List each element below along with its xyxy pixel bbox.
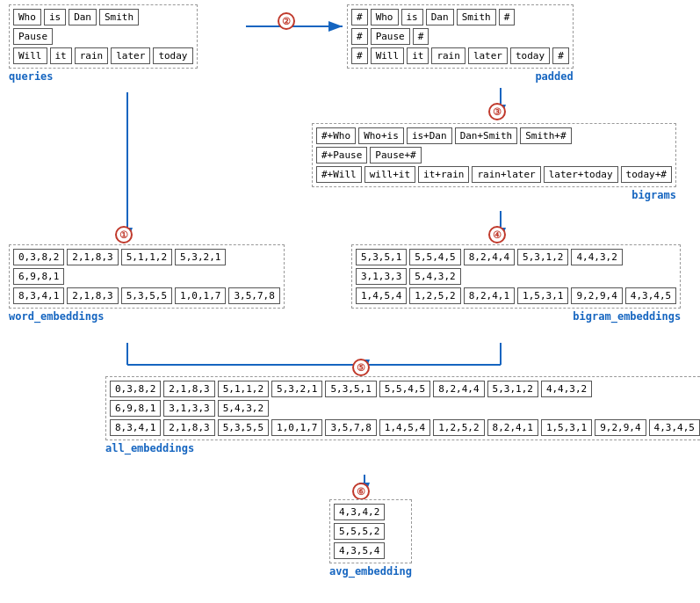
bigrams-cell: will+it — [364, 166, 415, 183]
ae-cell: 5,1,1,2 — [218, 381, 269, 397]
be-cell: 5,4,3,2 — [409, 268, 460, 285]
be-cell: 1,5,3,1 — [517, 287, 568, 304]
ae-cell: 5,3,5,5 — [218, 419, 269, 436]
ae-cell: 9,2,9,4 — [595, 419, 646, 436]
padded-cell: later — [468, 47, 508, 64]
padded-cell: Who — [371, 9, 399, 25]
queries-cell: Pause — [13, 28, 53, 45]
be-cell: 8,2,4,4 — [464, 249, 515, 265]
padded-section: # Who is Dan Smith # # Pause # # Will it… — [347, 4, 574, 83]
be-cell: 3,1,3,3 — [356, 268, 407, 285]
queries-row-1: Who is Dan Smith — [13, 9, 193, 25]
ae-cell: 5,4,3,2 — [218, 400, 269, 417]
we-cell: 2,1,8,3 — [67, 287, 118, 304]
avg-cell: 4,3,5,4 — [334, 542, 385, 559]
ae-cell: 3,1,3,3 — [163, 400, 214, 417]
avg-embedding-section: 4,3,4,2 5,5,5,2 4,3,5,4 avg_embedding — [329, 499, 412, 578]
circle-4: ④ — [488, 226, 506, 243]
avg-row-3: 4,3,5,4 — [334, 542, 408, 559]
padded-cell: it — [407, 47, 429, 64]
bigrams-cell: rain+later — [472, 166, 540, 183]
circle-6: ⑥ — [352, 483, 370, 500]
queries-cell: is — [44, 9, 66, 25]
ae-cell: 4,4,3,2 — [541, 381, 592, 397]
bigrams-cell: Smith+# — [520, 127, 571, 144]
we-cell: 3,5,7,8 — [228, 287, 279, 304]
padded-cell: # — [413, 28, 429, 45]
queries-cell: it — [50, 47, 72, 64]
padded-cell: # — [552, 47, 569, 64]
be-cell: 5,3,5,1 — [356, 249, 407, 265]
bigrams-cell: Dan+Smith — [455, 127, 518, 144]
circle-5: ⑤ — [352, 359, 370, 376]
queries-cell: Who — [13, 9, 41, 25]
avg-row-2: 5,5,5,2 — [334, 523, 408, 540]
padded-cell: Will — [371, 47, 405, 64]
be-cell: 4,4,3,2 — [571, 249, 622, 265]
padded-cell: Smith — [457, 9, 496, 25]
be-cell: 1,2,5,2 — [409, 287, 460, 304]
we-cell: 5,3,5,5 — [121, 287, 172, 304]
be-cell: 4,3,4,5 — [625, 287, 676, 304]
queries-label: queries — [9, 70, 198, 83]
bigrams-cell: #+Who — [316, 127, 356, 144]
bigrams-cell: #+Will — [316, 166, 362, 183]
queries-cell: later — [111, 47, 150, 64]
bigrams-label: bigrams — [312, 189, 676, 201]
ae-row-1: 0,3,8,2 2,1,8,3 5,1,1,2 5,3,2,1 5,3,5,1 … — [110, 381, 700, 397]
bigrams-row-3: #+Will will+it it+rain rain+later later+… — [316, 166, 672, 183]
ae-cell: 1,2,5,2 — [433, 419, 484, 436]
padded-cell: # — [351, 28, 368, 45]
bigrams-row-2: #+Pause Pause+# — [316, 147, 672, 163]
ae-cell: 8,2,4,1 — [487, 419, 538, 436]
ae-cell: 5,5,4,5 — [379, 381, 430, 397]
we-row-2: 6,9,8,1 — [13, 268, 280, 285]
we-cell: 8,3,4,1 — [13, 287, 64, 304]
queries-cell: rain — [75, 47, 109, 64]
ae-cell: 5,3,5,1 — [325, 381, 376, 397]
bigrams-cell: Who+is — [358, 127, 404, 144]
padded-cell: # — [351, 9, 368, 25]
padded-row-1: # Who is Dan Smith # — [351, 9, 569, 25]
we-cell: 0,3,8,2 — [13, 249, 64, 265]
padded-cell: rain — [431, 47, 465, 64]
be-cell: 8,2,4,1 — [464, 287, 515, 304]
queries-cell: Smith — [99, 9, 139, 25]
ae-cell: 4,3,4,5 — [649, 419, 700, 436]
avg-cell: 4,3,4,2 — [334, 504, 385, 520]
circle-1: ① — [115, 226, 133, 243]
word-embeddings-label: word_embeddings — [9, 310, 285, 323]
ae-cell: 0,3,8,2 — [110, 381, 161, 397]
bigrams-section: #+Who Who+is is+Dan Dan+Smith Smith+# #+… — [312, 123, 676, 201]
bigrams-cell: today+# — [621, 166, 672, 183]
be-row-2: 3,1,3,3 5,4,3,2 — [356, 268, 676, 285]
ae-cell: 1,5,3,1 — [541, 419, 592, 436]
ae-cell: 2,1,8,3 — [163, 381, 214, 397]
be-cell: 9,2,9,4 — [571, 287, 622, 304]
ae-cell: 1,4,5,4 — [379, 419, 430, 436]
avg-row-1: 4,3,4,2 — [334, 504, 408, 520]
queries-row-2: Pause — [13, 28, 193, 45]
ae-row-3: 8,3,4,1 2,1,8,3 5,3,5,5 1,0,1,7 3,5,7,8 … — [110, 419, 700, 436]
we-cell: 6,9,8,1 — [13, 268, 64, 285]
bigrams-cell: is+Dan — [407, 127, 452, 144]
ae-cell: 5,3,2,1 — [271, 381, 322, 397]
padded-cell: Pause — [371, 28, 410, 45]
padded-label: padded — [347, 70, 574, 83]
padded-row-3: # Will it rain later today # — [351, 47, 569, 64]
queries-section: Who is Dan Smith Pause Will it rain late… — [9, 4, 198, 83]
ae-cell: 1,0,1,7 — [271, 419, 322, 436]
ae-row-2: 6,9,8,1 3,1,3,3 5,4,3,2 — [110, 400, 700, 417]
bigram-embeddings-section: 5,3,5,1 5,5,4,5 8,2,4,4 5,3,1,2 4,4,3,2 … — [351, 244, 681, 323]
we-row-3: 8,3,4,1 2,1,8,3 5,3,5,5 1,0,1,7 3,5,7,8 — [13, 287, 280, 304]
ae-cell: 8,3,4,1 — [110, 419, 161, 436]
we-cell: 5,3,2,1 — [175, 249, 226, 265]
we-cell: 2,1,8,3 — [67, 249, 118, 265]
avg-cell: 5,5,5,2 — [334, 523, 385, 540]
be-row-3: 1,4,5,4 1,2,5,2 8,2,4,1 1,5,3,1 9,2,9,4 … — [356, 287, 676, 304]
padded-cell: today — [510, 47, 550, 64]
bigrams-cell: #+Pause — [316, 147, 367, 163]
padded-cell: is — [401, 9, 423, 25]
bigrams-cell: later+today — [544, 166, 618, 183]
bigrams-cell: it+rain — [418, 166, 469, 183]
